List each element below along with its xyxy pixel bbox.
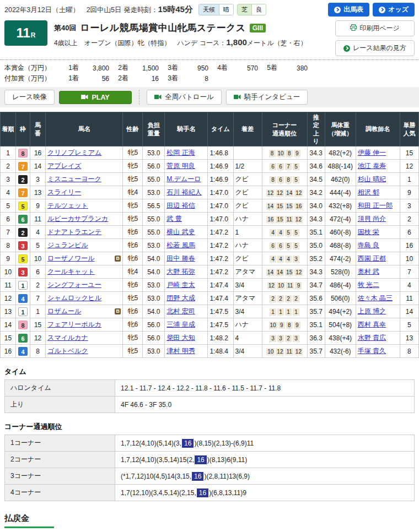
frame-cell: 3: [16, 239, 30, 252]
results-column-header: タイム: [208, 112, 233, 146]
margin-cell: アタマ: [233, 292, 262, 305]
trainer-link[interactable]: 上原 博之: [358, 307, 386, 315]
trainer-link[interactable]: 杉山 晴紀: [358, 175, 386, 183]
trainer-link[interactable]: 水野 貴広: [358, 334, 386, 341]
jockey-link[interactable]: 大野 拓弥: [166, 268, 195, 275]
jockey-link[interactable]: 松岡 正海: [166, 149, 195, 156]
race-video-button[interactable]: レース映像: [4, 90, 55, 105]
margin-cell: 4: [233, 332, 262, 345]
trainer-link[interactable]: 和田 正一郎: [358, 202, 393, 209]
frame-cell: 5: [16, 199, 30, 213]
race-video-label: レース映像: [12, 93, 47, 102]
horse-name-link[interactable]: アブレイズ: [47, 162, 81, 170]
trainer-link[interactable]: 牧 光二: [358, 281, 379, 289]
jockey-link[interactable]: 戸崎 圭太: [166, 281, 195, 289]
trainer-link[interactable]: 佐々木 晶三: [358, 294, 393, 302]
sexage-cell: 牝4: [123, 186, 143, 199]
horse-name-link[interactable]: スマイルカナ: [47, 334, 88, 341]
play-label: PLAY: [92, 94, 109, 101]
num-cell: 12: [30, 332, 46, 345]
time-cell: 1:46.9: [208, 160, 233, 173]
play-button[interactable]: PLAY: [59, 91, 132, 104]
results-row: 9510ローザノワールB牝654.0田中 勝春1:47.2クビ444335.24…: [1, 252, 419, 265]
jockey-link[interactable]: 松若 風馬: [166, 241, 195, 249]
trainer-link[interactable]: 西村 真幸: [358, 321, 386, 328]
race-number-badge: 11 R: [4, 20, 47, 46]
hweight-cell: 506(0): [325, 292, 356, 305]
trainer-link[interactable]: 須貝 尚介: [358, 215, 386, 222]
results-column-header: 枠: [16, 112, 30, 146]
horse-name-link[interactable]: ドナアトラエンテ: [47, 228, 101, 236]
trainer-link[interactable]: 国枝 栄: [358, 228, 379, 236]
horse-name-link[interactable]: スライリー: [47, 188, 81, 196]
start-time: 15時45分: [158, 4, 193, 14]
jockey-link[interactable]: 団野 大成: [166, 294, 195, 302]
corner-position: 10: [277, 282, 285, 289]
horse-name-link[interactable]: フェアリーポルカ: [47, 321, 101, 328]
jockey-link[interactable]: 田中 勝春: [166, 254, 195, 262]
how-to-read-results-button[interactable]: レース結果の見方: [335, 40, 415, 56]
patrol-video-button[interactable]: 全周パトロール: [147, 90, 222, 105]
trainer-link[interactable]: 池江 泰寿: [358, 162, 386, 170]
trainer-link[interactable]: 伊藤 伸一: [358, 149, 386, 156]
trainer-cell: 国枝 栄: [356, 226, 400, 239]
jockey-link[interactable]: M.デムーロ: [166, 175, 201, 183]
jockey-link[interactable]: 石川 裕紀人: [166, 188, 201, 196]
jockey-link[interactable]: 菅原 明良: [166, 162, 195, 170]
trainer-link[interactable]: 手塚 貴久: [358, 347, 386, 355]
corner-order-text: )(8,13)6(9,11): [207, 456, 247, 464]
trainer-link[interactable]: 寺島 良: [358, 241, 379, 249]
horse-name-link[interactable]: シングフォーユー: [47, 281, 101, 289]
odds-button-label: オッズ: [388, 5, 409, 14]
prize-value: 570: [229, 63, 258, 73]
jockey-cell: 柴田 大知: [165, 332, 208, 345]
hweight-cell: 472(-4): [325, 213, 356, 226]
race-card-button[interactable]: 出馬表: [328, 3, 369, 17]
jockey-link[interactable]: 武 豊: [166, 215, 181, 222]
pop-cell: 16: [400, 239, 418, 252]
horse-name-link[interactable]: クリノプレミアム: [47, 149, 101, 156]
num-cell: 1: [30, 305, 46, 318]
jockey-link[interactable]: 柴田 大知: [166, 334, 195, 341]
weight-cell: 54.0: [143, 265, 165, 279]
track-label: 芝: [238, 4, 251, 15]
jockey-link[interactable]: 三浦 皇成: [166, 321, 195, 328]
weight-cell: 53.0: [143, 146, 165, 160]
pop-cell: 9: [400, 186, 418, 199]
horse-name-link[interactable]: ローザノワール: [47, 254, 94, 262]
results-row: 1648ゴルトベルク牝553.0津村 明秀1:48.43/41012111235…: [1, 345, 419, 358]
print-page-button[interactable]: 印刷用ページ: [335, 20, 415, 36]
corner-1-value: 1,7,12(4,10)(5,14)(3,16)(8,15)(2,13)-(6,…: [115, 435, 415, 452]
jockey-cell: 大野 拓弥: [165, 265, 208, 279]
results-row: 6611ルビーカサブランカ牝555.0武 豊1:47.0ハナ1615111234…: [1, 213, 419, 226]
num-cell: 11: [30, 213, 46, 226]
prize-rank: 5着: [258, 63, 279, 73]
trainer-link[interactable]: 相沢 郁: [358, 188, 379, 196]
jockey-link[interactable]: 田辺 裕信: [166, 202, 195, 209]
horse-name-link[interactable]: クールキャット: [47, 268, 95, 275]
jockey-link[interactable]: 北村 宏司: [166, 307, 195, 315]
hweight-cell: 486(-4): [325, 279, 356, 292]
horse-name-link[interactable]: シャムロックヒル: [47, 294, 101, 302]
margin-cell: ハナ: [233, 213, 262, 226]
results-column-header: 着差: [233, 112, 262, 146]
horse-name-link[interactable]: ミスニューヨーク: [47, 175, 101, 183]
jockey-link[interactable]: 津村 明秀: [166, 347, 195, 355]
horse-name-link[interactable]: テルツェット: [47, 202, 88, 209]
horse-name-link[interactable]: ゴルトベルク: [47, 347, 88, 355]
trainer-link[interactable]: 奥村 武: [358, 268, 379, 275]
corner-position: 16: [266, 216, 275, 223]
results-column-header: 着順: [1, 112, 16, 146]
race-conditions-text: 4歳以上 オープン（国際）牝（特指） ハンデ: [54, 39, 197, 47]
weight-cell: 53.0: [143, 279, 165, 292]
results-row: 835ジュランビル牝653.0松若 風馬1:47.2ハナ665535.0468(…: [1, 239, 419, 252]
horse-name-link[interactable]: ジュランビル: [47, 241, 88, 249]
trainer-link[interactable]: 西園 正都: [358, 254, 386, 262]
horse-name-link[interactable]: ロザムール: [47, 307, 81, 315]
course-label: コース：: [200, 39, 227, 47]
horse-name-link[interactable]: ルビーカサブランカ: [47, 215, 108, 222]
jockey-interview-button[interactable]: 騎手インタビュー: [226, 90, 308, 105]
odds-button[interactable]: オッズ: [373, 3, 415, 17]
weight-cell: 56.0: [143, 160, 165, 173]
jockey-link[interactable]: 横山 武史: [166, 228, 195, 236]
